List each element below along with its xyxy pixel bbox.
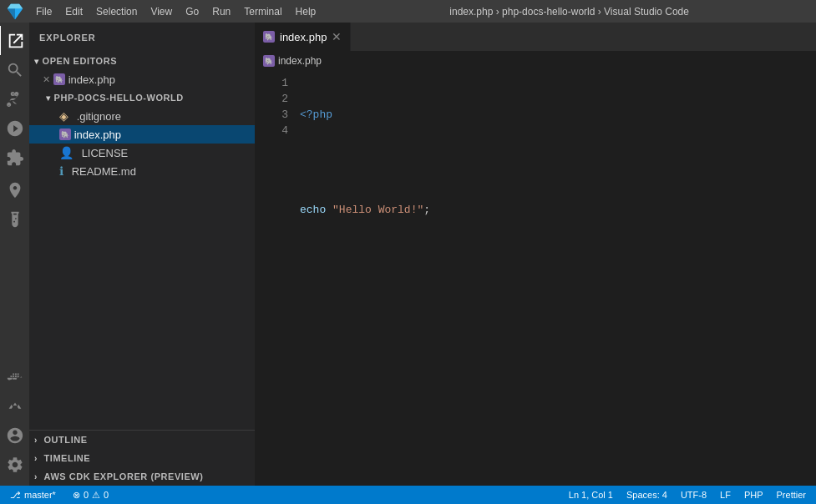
open-editors-label: OPEN EDITORS <box>43 56 118 66</box>
language-text: PHP <box>744 490 763 500</box>
status-right: Ln 1, Col 1 Spaces: 4 UTF-8 LF PHP Prett… <box>565 490 809 500</box>
folder-label: PHP-DOCS-HELLO-WORLD <box>54 93 184 103</box>
gitignore-icon: ◈ <box>59 109 68 123</box>
breadcrumb-php-icon: 🐘 <box>263 55 275 67</box>
activity-source-control[interactable] <box>0 84 29 113</box>
menu-terminal[interactable]: Terminal <box>237 0 288 23</box>
status-position[interactable]: Ln 1, Col 1 <box>565 490 616 500</box>
menu-file[interactable]: File <box>29 0 58 23</box>
line-num-3: 3 <box>255 107 288 123</box>
code-editor[interactable]: 1 2 3 4 <?php echo "Hello World!"; <box>255 70 816 486</box>
encoding-text: UTF-8 <box>681 490 707 500</box>
status-eol[interactable]: LF <box>717 490 734 500</box>
spaces-text: Spaces: 4 <box>626 490 667 500</box>
open-editors-arrow: ▾ <box>34 57 39 66</box>
menu-view[interactable]: View <box>144 0 179 23</box>
file-readme-name: README.md <box>72 165 136 178</box>
sidebar-bottom: › OUTLINE › TIMELINE › AWS CDK EXPLORER … <box>29 430 255 486</box>
activity-accounts[interactable] <box>0 421 29 450</box>
aws-cdk-arrow: › <box>34 472 38 481</box>
code-line-3: echo "Hello World!"; <box>296 202 816 218</box>
activity-debug[interactable] <box>0 113 29 143</box>
title-bar: File Edit Selection View Go Run Terminal… <box>0 0 816 23</box>
outline-label: OUTLINE <box>44 435 88 445</box>
activity-settings[interactable] <box>0 450 29 479</box>
breadcrumb: 🐘 index.php <box>255 52 816 70</box>
warning-count: 0 <box>104 490 109 500</box>
tab-php-icon: 🐘 <box>263 31 275 43</box>
file-index-name: index.php <box>74 129 121 141</box>
code-line-2 <box>296 154 816 170</box>
app-icon <box>0 0 29 23</box>
menu-go[interactable]: Go <box>179 0 205 23</box>
tab-index-php[interactable]: 🐘 index.php ✕ <box>255 23 351 51</box>
eol-text: LF <box>720 490 731 500</box>
aws-cdk-panel-header[interactable]: › AWS CDK EXPLORER (PREVIEW) <box>29 467 255 486</box>
timeline-panel-header[interactable]: › TIMELINE <box>29 449 255 467</box>
timeline-label: TIMELINE <box>44 453 91 463</box>
outline-panel-header[interactable]: › OUTLINE <box>29 431 255 449</box>
menu-help[interactable]: Help <box>289 0 323 23</box>
branch-icon: ⎇ <box>10 490 21 501</box>
close-icon[interactable]: ✕ <box>43 74 50 85</box>
activity-docker[interactable] <box>0 362 29 391</box>
line-num-1: 1 <box>255 75 288 91</box>
folder-header[interactable]: ▾ PHP-DOCS-HELLO-WORLD <box>29 88 255 107</box>
folder-arrow: ▾ <box>46 93 51 103</box>
file-item-license[interactable]: 👤 LICENSE <box>29 144 255 162</box>
folder-section: ▾ PHP-DOCS-HELLO-WORLD ◈ .gitignore 🐘 in… <box>29 88 255 180</box>
open-editors-header[interactable]: ▾ OPEN EDITORS <box>29 52 255 70</box>
status-formatter[interactable]: Prettier <box>773 490 809 500</box>
file-item-index-php[interactable]: 🐘 index.php <box>29 125 255 144</box>
position-text: Ln 1, Col 1 <box>569 490 613 500</box>
tab-bar: 🐘 index.php ✕ <box>255 23 816 52</box>
window-title: index.php › php-docs-hello-world › Visua… <box>322 6 816 18</box>
file-item-readme[interactable]: ℹ README.md <box>29 162 255 180</box>
warning-icon: ⚠ <box>92 490 100 501</box>
sidebar-header: EXPLORER <box>29 23 255 52</box>
readme-icon: ℹ <box>59 164 63 178</box>
activity-explorer[interactable] <box>0 26 28 55</box>
menu-run[interactable]: Run <box>205 0 237 23</box>
file-item-gitignore[interactable]: ◈ .gitignore <box>29 107 255 125</box>
line-numbers: 1 2 3 4 <box>255 70 296 486</box>
aws-cdk-label: AWS CDK EXPLORER (PREVIEW) <box>44 471 204 481</box>
menu-bar: File Edit Selection View Go Run Terminal… <box>29 0 322 23</box>
tab-close-button[interactable]: ✕ <box>332 31 342 43</box>
code-line-1: <?php <box>296 107 816 123</box>
status-branch[interactable]: ⎇ master* <box>7 490 59 501</box>
code-content[interactable]: <?php echo "Hello World!"; <box>296 70 816 486</box>
status-spaces[interactable]: Spaces: 4 <box>623 490 671 500</box>
branch-name: master* <box>24 490 56 500</box>
status-bar: ⎇ master* ⊗ 0 ⚠ 0 Ln 1, Col 1 Spaces: 4 … <box>0 486 816 504</box>
license-icon: 👤 <box>59 146 73 159</box>
activity-remote[interactable] <box>0 175 29 204</box>
editor-area: 🐘 index.php ✕ 🐘 index.php 1 2 3 4 <?php … <box>255 23 816 486</box>
main-layout: EXPLORER ▾ OPEN EDITORS ✕ 🐘 index.php ▾ … <box>0 23 816 486</box>
status-errors[interactable]: ⊗ 0 ⚠ 0 <box>69 490 112 501</box>
error-icon: ⊗ <box>73 490 80 501</box>
status-encoding[interactable]: UTF-8 <box>677 490 710 500</box>
menu-edit[interactable]: Edit <box>58 0 89 23</box>
code-line-4 <box>296 249 816 265</box>
timeline-arrow: › <box>34 454 38 463</box>
tab-label: index.php <box>280 31 327 43</box>
open-editor-filename: index.php <box>68 73 115 86</box>
activity-search[interactable] <box>0 55 29 84</box>
activity-extensions[interactable] <box>0 143 29 172</box>
menu-selection[interactable]: Selection <box>89 0 144 23</box>
php-file-icon: 🐘 <box>53 73 65 85</box>
activity-aws[interactable] <box>0 391 29 421</box>
line-num-4: 4 <box>255 123 288 139</box>
open-editor-item-index-php[interactable]: ✕ 🐘 index.php <box>29 70 255 88</box>
activity-bar <box>0 23 29 486</box>
php-icon: 🐘 <box>59 129 71 140</box>
formatter-text: Prettier <box>777 490 806 500</box>
sidebar: EXPLORER ▾ OPEN EDITORS ✕ 🐘 index.php ▾ … <box>29 23 255 486</box>
line-num-2: 2 <box>255 91 288 107</box>
activity-testing[interactable] <box>0 204 29 234</box>
status-language[interactable]: PHP <box>741 490 767 500</box>
open-editors-section: ▾ OPEN EDITORS ✕ 🐘 index.php <box>29 52 255 88</box>
error-count: 0 <box>84 490 89 500</box>
outline-arrow: › <box>34 436 38 445</box>
